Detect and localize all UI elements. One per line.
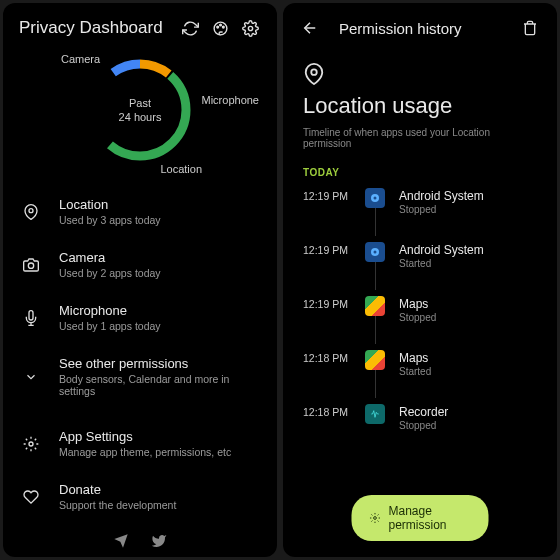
timeline-row[interactable]: 12:18 PM Recorder Stopped [303,404,537,431]
permission-row-location[interactable]: Location Used by 3 apps today [3,185,277,238]
timeline: 12:19 PM Android System Stopped 12:19 PM… [303,188,537,431]
timeline-time: 12:18 PM [303,350,351,364]
row-title: Donate [59,482,259,497]
svg-point-2 [219,24,221,26]
timeline-app-name: Android System [399,243,537,257]
delete-trash-icon[interactable] [519,17,541,39]
timeline-row[interactable]: 12:19 PM Maps Stopped [303,296,537,344]
row-title: Microphone [59,303,259,318]
row-sub: Used by 2 apps today [59,267,259,279]
page-title: Privacy Dashboard [19,18,171,38]
timeline-status: Started [399,258,537,269]
refresh-icon[interactable] [179,17,201,39]
header: Permission history [283,3,557,53]
telegram-icon[interactable] [113,533,129,549]
timeline-time: 12:19 PM [303,188,351,202]
camera-icon [21,255,41,275]
usage-donut-chart: Camera Microphone Location Past 24 hours [3,49,277,177]
bottom-links [3,523,277,557]
svg-point-8 [29,208,33,212]
chevron-down-icon [21,367,41,387]
timeline-time: 12:19 PM [303,242,351,256]
palette-icon[interactable] [209,17,231,39]
row-sub: Used by 1 apps today [59,320,259,332]
twitter-icon[interactable] [151,533,167,549]
app-settings-row[interactable]: App Settings Manage app theme, permissio… [3,417,277,470]
permission-row-camera[interactable]: Camera Used by 2 apps today [3,238,277,291]
svg-point-17 [374,517,377,520]
row-sub: Manage app theme, permissions, etc [59,446,259,458]
heart-icon [21,487,41,507]
timeline-row[interactable]: 12:19 PM Android System Started [303,242,537,290]
row-title: App Settings [59,429,259,444]
detail-title: Location usage [303,93,537,119]
row-sub: Body sensors, Calendar and more in setti… [59,373,259,397]
timeline-time: 12:18 PM [303,404,351,418]
permission-row-microphone[interactable]: Microphone Used by 1 apps today [3,291,277,344]
svg-point-14 [374,197,377,200]
timeline-app-name: Android System [399,189,537,203]
manage-permission-button[interactable]: Manage permission [352,495,489,541]
settings-gear-icon[interactable] [239,17,261,39]
row-title: See other permissions [59,356,259,371]
back-arrow-icon[interactable] [299,17,321,39]
permission-history-screen: Permission history Location usage Timeli… [283,3,557,557]
timeline-status: Stopped [399,204,537,215]
timeline-time: 12:19 PM [303,296,351,310]
header: Privacy Dashboard [3,3,277,49]
svg-point-10 [29,442,33,446]
svg-point-1 [216,26,218,28]
svg-point-3 [222,26,224,28]
row-title: Location [59,197,259,212]
timeline-row[interactable]: 12:18 PM Maps Started [303,350,537,398]
privacy-dashboard-screen: Privacy Dashboard Camera Microphone Loca… [3,3,277,557]
timeline-row[interactable]: 12:19 PM Android System Stopped [303,188,537,236]
chart-label-microphone: Microphone [202,94,259,106]
location-pin-icon [21,202,41,222]
timeline-status: Stopped [399,420,537,431]
detail-body: Location usage Timeline of when apps use… [283,53,557,437]
location-pin-icon [303,63,537,85]
row-title: Camera [59,250,259,265]
row-sub: Used by 3 apps today [59,214,259,226]
detail-subtitle: Timeline of when apps used your Location… [303,127,537,149]
gear-icon [370,511,381,525]
timeline-app-name: Recorder [399,405,537,419]
chart-center-text: Past 24 hours [119,96,162,125]
svg-point-16 [374,251,377,254]
page-title: Permission history [339,20,501,37]
gear-icon [21,434,41,454]
svg-point-12 [311,69,317,75]
timeline-status: Started [399,366,537,377]
permission-row-other[interactable]: See other permissions Body sensors, Cale… [3,344,277,409]
timeline-app-name: Maps [399,297,537,311]
microphone-icon [21,308,41,328]
timeline-app-name: Maps [399,351,537,365]
donate-row[interactable]: Donate Support the development [3,470,277,523]
svg-point-4 [248,26,252,30]
section-label: TODAY [303,167,537,178]
timeline-status: Stopped [399,312,537,323]
svg-point-9 [28,263,33,268]
row-sub: Support the development [59,499,259,511]
